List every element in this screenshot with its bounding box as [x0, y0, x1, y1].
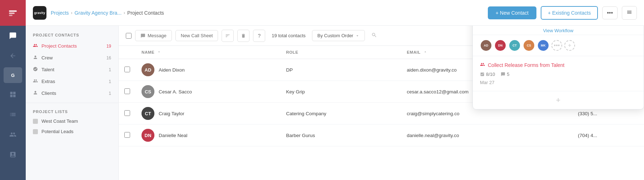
sidebar-item-project-contacts[interactable]: Project Contacts 19 [26, 40, 118, 52]
new-call-sheet-button[interactable]: New Call Sheet [175, 30, 218, 41]
lists-nav-icon[interactable] [0, 104, 26, 125]
project-contacts-panel: PROJECT CONTACTS (1) × View Workflow AD [472, 26, 644, 110]
top-bar: gravity Projects › Gravity Agency Bra...… [26, 0, 644, 26]
row-checkbox[interactable] [124, 132, 130, 138]
row-name-cell: CS Cesar A. Sacco [136, 81, 280, 103]
delete-button[interactable] [237, 30, 249, 42]
search-button[interactable] [368, 31, 380, 41]
contact-role: Barber Gurus [286, 133, 315, 138]
th-name[interactable]: NAME [136, 46, 280, 59]
total-contacts: 19 total contacts [269, 33, 308, 38]
project-contacts-icon [33, 43, 38, 49]
users-nav-icon[interactable] [0, 125, 26, 145]
svg-text:AD: AD [484, 44, 488, 47]
sidebar-item-extras[interactable]: Extras 1 [26, 76, 118, 87]
sidebar-item-label: Project Contacts [41, 43, 77, 49]
existing-contacts-button[interactable]: + Existing Contacts [541, 6, 598, 20]
row-checkbox[interactable] [124, 67, 130, 72]
sidebar-item-crew[interactable]: Crew 16 [26, 52, 118, 64]
contact-avatar: CS [142, 85, 154, 98]
panel-avatar-4[interactable]: CS [523, 39, 535, 52]
contact-avatar: DN [142, 129, 154, 142]
panel-avatars: AD DN CT [473, 35, 644, 56]
row-role-cell: DP [280, 59, 401, 81]
svg-rect-1 [9, 13, 15, 14]
grid-view-button[interactable] [622, 6, 637, 20]
sort-button[interactable]: By Custom Order [312, 30, 365, 41]
chat-nav-icon[interactable] [0, 26, 26, 46]
contact-phone: (704) 4... [578, 133, 597, 138]
panel-avatar-2[interactable]: DN [494, 39, 506, 52]
new-contact-button[interactable]: + New Contact [488, 6, 536, 19]
panel-view-workflow[interactable]: View Workflow [473, 26, 644, 35]
brand-nav-icon[interactable]: G [4, 67, 22, 83]
clients-count: 1 [109, 91, 111, 96]
panel-avatar-1[interactable]: AD [480, 39, 492, 52]
panel-avatar-5[interactable]: MK [537, 39, 549, 52]
sidebar-list-west-coast[interactable]: West Coast Team [26, 116, 118, 126]
select-all-checkbox[interactable] [126, 33, 132, 39]
panel-avatar-dot: ••• [551, 40, 562, 51]
panel-task-title[interactable]: Collect Release Forms from Talent [480, 62, 636, 68]
task-date: Mar 27 [480, 80, 636, 85]
help-label: ? [258, 33, 261, 39]
talent-label: Talent [41, 67, 54, 72]
help-button[interactable]: ? [253, 30, 265, 42]
row-checkbox-cell [119, 125, 136, 146]
sidebar-item-clients[interactable]: Clients 1 [26, 87, 118, 99]
contact-name[interactable]: Cesar A. Sacco [159, 89, 192, 94]
sidebar-item-talent[interactable]: Talent 1 [26, 64, 118, 76]
contact-avatar: AD [142, 63, 154, 76]
task-icon [480, 62, 485, 68]
app-logo-badge: gravity [33, 6, 46, 20]
brand-letter: G [11, 73, 15, 78]
back-nav-icon[interactable] [0, 46, 26, 66]
message-button[interactable]: Message [135, 30, 172, 41]
reports-nav-icon[interactable] [0, 145, 26, 165]
row-checkbox[interactable] [124, 110, 130, 116]
row-role-cell: Catering Company [280, 103, 401, 125]
panel-add-task-button[interactable]: + [473, 91, 644, 109]
svg-rect-0 [9, 10, 17, 12]
extras-icon [33, 78, 38, 84]
sidebar-divider [26, 103, 118, 103]
sidebar-section-contacts-title: Project Contacts [26, 31, 118, 40]
panel-avatar-add-button[interactable]: + [564, 40, 575, 51]
table-row[interactable]: DN Danielle Neal Barber Gurus danielle.n… [119, 125, 644, 146]
row-checkbox[interactable] [124, 88, 130, 94]
contact-phone: (330) 5... [578, 111, 597, 116]
contact-name[interactable]: Aiden Dixon [159, 67, 185, 73]
talent-count: 1 [109, 67, 111, 72]
contact-role: DP [286, 67, 293, 73]
task-checklist: 8/10 [480, 72, 495, 77]
main-content: gravity Projects › Gravity Agency Bra...… [26, 0, 644, 180]
filter-button[interactable] [222, 30, 234, 42]
top-bar-actions: + New Contact + Existing Contacts ••• [488, 6, 637, 20]
task-title-text: Collect Release Forms from Talent [488, 62, 564, 68]
extras-count: 1 [109, 79, 111, 84]
app-logo[interactable] [0, 0, 26, 26]
breadcrumb-project[interactable]: Gravity Agency Bra... [75, 10, 122, 16]
crew-icon [33, 55, 38, 61]
panel-avatar-3[interactable]: CT [509, 39, 521, 52]
row-name-cell: AD Aiden Dixon [136, 59, 280, 81]
pages-nav-icon[interactable] [0, 84, 26, 104]
row-checkbox-cell [119, 81, 136, 103]
breadcrumb-projects[interactable]: Projects [51, 10, 69, 16]
contact-email: aiden.dixon@gravity.co [407, 67, 457, 73]
sidebar-list-potential-leads[interactable]: Potential Leads [26, 126, 118, 137]
crew-count: 16 [106, 55, 111, 60]
new-call-sheet-label: New Call Sheet [181, 33, 213, 38]
row-name-cell: CT Craig Taylor [136, 103, 280, 125]
more-button[interactable]: ••• [602, 6, 618, 19]
potential-leads-label: Potential Leads [41, 129, 74, 134]
row-checkbox-cell [119, 59, 136, 81]
contact-name[interactable]: Craig Taylor [159, 111, 184, 116]
svg-text:CS: CS [527, 44, 531, 47]
list-icon2 [33, 129, 38, 134]
th-role[interactable]: ROLE [280, 46, 401, 59]
sort-label: By Custom Order [317, 33, 353, 38]
app-logo-text: gravity [34, 11, 45, 15]
list-icon [33, 119, 38, 124]
contact-name[interactable]: Danielle Neal [159, 133, 187, 138]
